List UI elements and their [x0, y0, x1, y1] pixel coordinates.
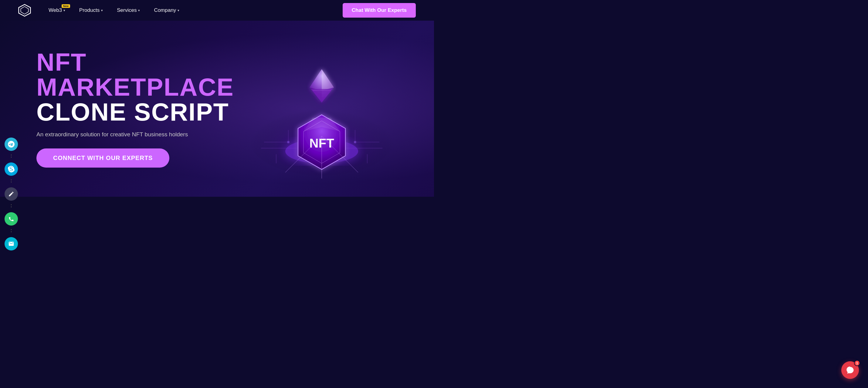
svg-marker-26: [311, 89, 332, 102]
hero-title-marketplace: MARKETPLACE: [36, 75, 234, 99]
hero-title-nft: NFT: [36, 50, 234, 75]
hero-subtitle: An extraordinary solution for creative N…: [36, 131, 234, 138]
hero-section: NFT MARKETPLACE CLONE SCRIPT An extraord…: [0, 21, 434, 197]
hero-title-clone: CLONE SCRIPT: [36, 99, 234, 124]
chevron-down-icon: ▾: [101, 8, 103, 12]
telegram-icon[interactable]: [5, 138, 18, 151]
nav-item-products[interactable]: Products ▾: [74, 5, 108, 16]
svg-point-16: [354, 141, 356, 143]
navbar: New Web3 ▾ Products ▾ Services ▾ Company…: [0, 0, 434, 21]
connector: [11, 154, 11, 159]
chevron-down-icon: ▾: [178, 8, 179, 12]
hero-content: NFT MARKETPLACE CLONE SCRIPT An extraord…: [36, 50, 234, 168]
side-icons-panel: [5, 138, 18, 197]
nft-scene-graphic: NFT: [246, 33, 398, 185]
new-badge: New: [62, 4, 70, 8]
skype-icon[interactable]: [5, 162, 18, 176]
hero-graphic: NFT: [234, 33, 410, 185]
nav-links: New Web3 ▾ Products ▾ Services ▾ Company…: [43, 5, 343, 16]
svg-marker-23: [322, 69, 334, 90]
chevron-down-icon: ▾: [138, 8, 140, 12]
svg-point-14: [287, 141, 289, 143]
svg-marker-1: [21, 6, 28, 14]
chat-experts-button[interactable]: Chat With Our Experts: [343, 3, 416, 18]
logo[interactable]: [18, 4, 31, 17]
nav-item-web3[interactable]: New Web3 ▾: [43, 5, 71, 16]
connector: [11, 179, 11, 184]
nav-item-services[interactable]: Services ▾: [112, 5, 145, 16]
connect-experts-button[interactable]: CONNECT WITH OUR EXPERTS: [36, 148, 169, 168]
chevron-down-icon: ▾: [63, 8, 65, 12]
nav-item-company[interactable]: Company ▾: [148, 5, 185, 16]
edit-icon[interactable]: [5, 187, 18, 197]
